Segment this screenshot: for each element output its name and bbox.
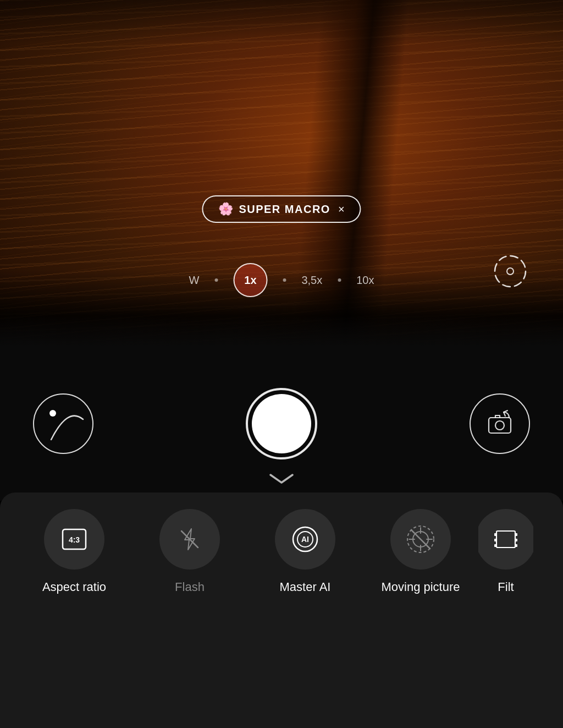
moving-picture-icon-circle — [390, 509, 451, 570]
aspect-ratio-icon-circle: 4:3 — [44, 509, 104, 570]
shutter-button[interactable] — [246, 388, 317, 459]
viewfinder-top-gradient — [0, 0, 563, 44]
aspect-ratio-label: Aspect ratio — [42, 579, 106, 595]
settings-item-aspect-ratio[interactable]: 4:3 Aspect ratio — [16, 509, 132, 595]
macro-flower-icon: 🌸 — [218, 202, 233, 216]
super-macro-badge[interactable]: 🌸 SUPER MACRO × — [202, 195, 361, 223]
zoom-dot-1 — [214, 278, 218, 282]
flip-camera-button[interactable] — [470, 393, 530, 454]
macro-mode-label: SUPER MACRO — [239, 203, 330, 216]
svg-line-6 — [181, 531, 198, 548]
zoom-dot-2 — [283, 278, 286, 282]
gallery-curve-icon — [46, 404, 87, 445]
flash-label: Flash — [175, 579, 205, 595]
settings-item-filter[interactable]: Filt — [478, 509, 533, 595]
flash-off-icon — [174, 523, 206, 555]
svg-text:4:3: 4:3 — [69, 535, 80, 544]
zoom-dot-3 — [338, 278, 341, 282]
master-ai-icon-circle: AI — [275, 509, 335, 570]
focus-reticle[interactable] — [493, 254, 527, 288]
svg-rect-2 — [489, 418, 511, 433]
settings-item-flash[interactable]: Flash — [132, 509, 247, 595]
settings-item-moving-picture[interactable]: Moving picture — [363, 509, 478, 595]
drawer-chevron[interactable] — [260, 468, 303, 490]
svg-rect-20 — [494, 544, 497, 547]
svg-point-0 — [495, 256, 526, 287]
svg-rect-17 — [496, 531, 515, 548]
flash-icon-circle — [159, 509, 220, 570]
svg-rect-18 — [494, 533, 497, 536]
zoom-10x-option[interactable]: 10x — [356, 274, 374, 287]
svg-text:AI: AI — [301, 535, 309, 544]
svg-rect-23 — [515, 544, 517, 547]
filter-label: Filt — [498, 579, 514, 595]
settings-item-master-ai[interactable]: AI Master AI — [247, 509, 363, 595]
zoom-35x-option[interactable]: 3,5x — [301, 274, 322, 287]
master-ai-icon: AI — [288, 522, 322, 556]
moving-picture-off-icon — [404, 522, 438, 556]
svg-rect-19 — [494, 539, 497, 541]
camera-viewfinder: 🌸 SUPER MACRO × W 1x 3,5x 10x — [0, 0, 563, 347]
svg-rect-21 — [515, 533, 517, 536]
aspect-ratio-icon: 4:3 — [58, 525, 90, 554]
zoom-controls: W 1x 3,5x 10x — [189, 263, 374, 297]
shutter-inner-circle — [252, 394, 311, 453]
master-ai-label: Master AI — [280, 579, 331, 595]
filter-icon-circle — [478, 509, 533, 570]
filter-icon — [490, 523, 522, 555]
moving-picture-label: Moving picture — [381, 579, 460, 595]
macro-close-button[interactable]: × — [338, 203, 345, 216]
gallery-button[interactable] — [33, 393, 93, 454]
settings-tray: 4:3 Aspect ratio Flash — [0, 492, 563, 728]
zoom-w-option[interactable]: W — [189, 274, 200, 287]
settings-items-row: 4:3 Aspect ratio Flash — [0, 509, 563, 595]
svg-rect-22 — [515, 539, 517, 541]
svg-point-3 — [495, 421, 504, 430]
svg-point-1 — [507, 268, 514, 275]
flip-camera-icon — [484, 408, 516, 440]
zoom-1x-active[interactable]: 1x — [233, 263, 267, 297]
